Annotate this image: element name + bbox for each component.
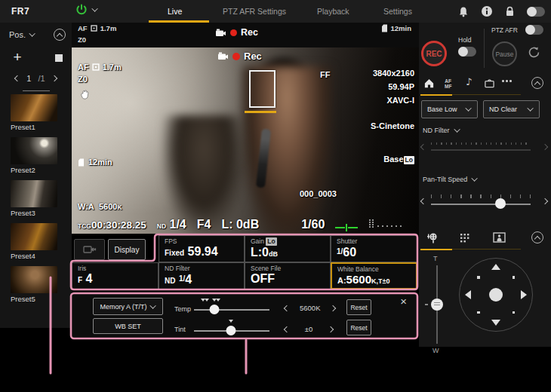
- rec-tally-dot: [232, 53, 240, 60]
- speed-increase-button[interactable]: [542, 198, 548, 204]
- temp-reset-button[interactable]: Reset: [346, 299, 371, 315]
- stop-button[interactable]: [55, 54, 63, 62]
- chevron-up-icon: [534, 235, 540, 241]
- iris-cell[interactable]: Iris F 4: [72, 262, 159, 289]
- tint-decrease-button[interactable]: [284, 326, 290, 332]
- base-look-select[interactable]: Base Low: [421, 100, 478, 118]
- tab-joystick[interactable]: [426, 232, 439, 244]
- speed-slider-track[interactable]: [431, 204, 531, 205]
- preset-thumbnail[interactable]: [11, 223, 57, 250]
- bell-icon[interactable]: [458, 6, 469, 17]
- tab-home[interactable]: [423, 78, 435, 89]
- osd-gain: L: 0dB: [221, 218, 259, 231]
- temp-slider[interactable]: [194, 304, 269, 314]
- preset-mode-select[interactable]: Pos.: [9, 30, 35, 39]
- preset-item-2[interactable]: Preset2: [11, 137, 59, 174]
- temp-increase-button[interactable]: [330, 305, 336, 311]
- page-prev-button[interactable]: [14, 75, 20, 81]
- toggle-knob: [525, 25, 535, 35]
- rec-hold-toggle[interactable]: [458, 47, 476, 57]
- tab-live[interactable]: Live: [168, 7, 182, 16]
- tint-slider-thumb[interactable]: [226, 326, 236, 335]
- panel-collapse-button[interactable]: [531, 77, 543, 89]
- zoom-slider-thumb[interactable]: [431, 299, 443, 311]
- restart-icon[interactable]: [528, 46, 540, 59]
- white-balance-cell[interactable]: White Balance A:5600K,T±0: [331, 262, 417, 289]
- tilt-up-button[interactable]: [491, 264, 500, 270]
- pan-tilt-pad[interactable]: [459, 258, 533, 332]
- pan-tilt-diagonal-dot: [513, 276, 516, 279]
- preset-item-3[interactable]: Preset3: [11, 180, 59, 217]
- osd-codec: XAVC-I: [387, 96, 414, 105]
- shutter-label: Shutter: [337, 237, 411, 245]
- osd-clip-name: 000_0003: [300, 189, 337, 198]
- tab-settings[interactable]: Settings: [383, 7, 412, 16]
- screen-lock-toggle[interactable]: [527, 7, 545, 17]
- pan-right-button[interactable]: [521, 290, 527, 299]
- preset-item-1[interactable]: Preset1: [11, 94, 59, 131]
- preset-thumbnail[interactable]: [11, 266, 57, 293]
- rec-tally-dot: [230, 29, 237, 36]
- page-next-button[interactable]: [51, 75, 57, 81]
- osd-tc-label: TCG: [78, 222, 91, 230]
- wb-set-button[interactable]: WB SET: [93, 318, 163, 334]
- wb-panel-close-button[interactable]: ×: [400, 295, 407, 308]
- nd-filter-section-header[interactable]: ND Filter: [423, 127, 460, 134]
- camera-off-icon: [83, 245, 97, 254]
- speed-slider-thumb[interactable]: [495, 198, 506, 209]
- tab-playback[interactable]: Playback: [317, 7, 349, 16]
- display-button[interactable]: Display: [108, 239, 146, 260]
- gain-cell[interactable]: Gain Lo L:0dB: [245, 235, 331, 262]
- audio-level-meter: [368, 219, 405, 228]
- zoom-slider[interactable]: T W: [429, 255, 445, 357]
- face-frame-underline: [245, 111, 276, 113]
- tint-increase-button[interactable]: [328, 326, 334, 332]
- preset-thumbnail[interactable]: [11, 137, 57, 164]
- temp-decrease-button[interactable]: [284, 305, 290, 311]
- temp-slider-track[interactable]: [194, 309, 269, 311]
- speed-decrease-button[interactable]: [420, 198, 426, 204]
- tab-ptz-afr-settings[interactable]: PTZ AFR Settings: [223, 7, 286, 16]
- add-preset-button[interactable]: +: [9, 50, 26, 66]
- tab-framing[interactable]: [493, 232, 506, 243]
- tint-value: ±0: [300, 325, 318, 333]
- preset-thumbnail[interactable]: [11, 94, 57, 121]
- tab-media[interactable]: [484, 78, 495, 88]
- camera-image-off-button[interactable]: [74, 239, 105, 260]
- tint-reset-button[interactable]: Reset: [346, 320, 371, 335]
- tint-slider[interactable]: [194, 325, 269, 335]
- tab-more[interactable]: [502, 75, 512, 82]
- tab-preset-grid[interactable]: [459, 232, 470, 243]
- info-icon[interactable]: [481, 5, 493, 17]
- power-button[interactable]: [75, 4, 98, 16]
- video-monitor[interactable]: Rec AF 1.7m Z0 12min W:A 5600K TCG00:30:…: [72, 47, 419, 234]
- pan-left-button[interactable]: [465, 290, 471, 299]
- af-area-icon: [91, 25, 97, 32]
- nd-preset-select[interactable]: ND Clear: [483, 100, 540, 118]
- pan-tilt-home-button[interactable]: [489, 288, 503, 302]
- panel-collapse-button[interactable]: [531, 231, 543, 243]
- pan-tilt-speed-header[interactable]: Pan-Tilt Speed: [423, 176, 478, 183]
- tab-audio[interactable]: ♪: [466, 77, 472, 87]
- sidebar-collapse-button[interactable]: [54, 29, 66, 41]
- ptz-afr-toggle[interactable]: [525, 25, 543, 35]
- divider: [484, 29, 485, 68]
- nd-filter-slider: [419, 140, 551, 157]
- preset-item-5[interactable]: Preset5: [11, 266, 59, 303]
- preset-item-4[interactable]: Preset4: [11, 223, 59, 260]
- wb-memory-select[interactable]: Memory A (T/T): [93, 298, 163, 315]
- rec-button[interactable]: REC: [421, 41, 447, 66]
- preset-thumbnail[interactable]: [11, 180, 57, 207]
- pause-button[interactable]: Pause: [492, 41, 517, 66]
- scene-art: [162, 115, 245, 234]
- nd-filter-cell[interactable]: ND Filter ND 1/4: [159, 262, 245, 289]
- nd-decrease-button[interactable]: [420, 144, 426, 150]
- shutter-cell[interactable]: Shutter 1/60: [331, 235, 417, 262]
- pan-tilt-speed-slider[interactable]: [419, 194, 551, 211]
- fps-cell[interactable]: FPS Fixed 59.94: [159, 235, 245, 262]
- tab-focus[interactable]: AFMF: [445, 79, 451, 89]
- nd-increase-button[interactable]: [542, 144, 548, 150]
- tilt-down-button[interactable]: [491, 320, 500, 326]
- temp-slider-thumb[interactable]: [210, 305, 220, 314]
- scene-file-cell[interactable]: Scene File OFF: [245, 262, 331, 289]
